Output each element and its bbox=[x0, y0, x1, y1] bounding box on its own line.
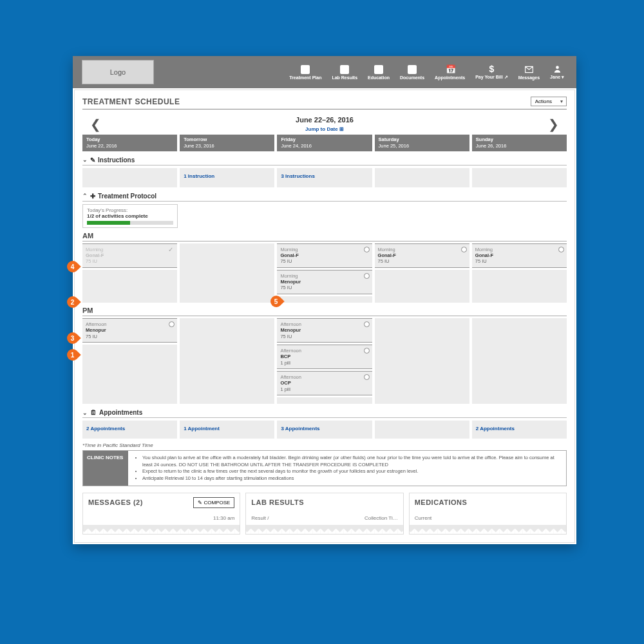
instructions-row: .1 Instruction3 Instructions.. bbox=[82, 168, 567, 187]
med-card[interactable]: MorningGonal-F75 IU bbox=[375, 243, 469, 268]
chevron-down-icon: ⌄ bbox=[82, 410, 88, 416]
med-empty bbox=[277, 296, 372, 303]
med-card[interactable]: AfternoonBCP1 pill bbox=[277, 345, 372, 369]
instruction-cell[interactable]: 3 Instructions bbox=[277, 168, 372, 187]
prev-week-button[interactable]: ❮ bbox=[85, 115, 106, 133]
instruction-cell: . bbox=[375, 168, 469, 187]
compose-button[interactable]: ✎ COMPOSE bbox=[193, 497, 234, 508]
med-column: MorningGonal-F75 IUMorningMenopur75 IU bbox=[277, 243, 372, 303]
chevron-down-icon: ⌄ bbox=[82, 156, 88, 163]
calendar-icon bbox=[446, 65, 455, 74]
progress-status: 1/2 of activities complete bbox=[87, 213, 173, 219]
nav-label: Documents bbox=[400, 75, 424, 80]
appointment-cell bbox=[375, 421, 469, 439]
bottom-panels: MESSAGES (2) ✎ COMPOSE 11:30 am LAB RESU… bbox=[82, 493, 567, 535]
clinic-notes-label: CLINIC NOTES bbox=[83, 451, 128, 486]
instruction-cell[interactable]: 1 Instruction bbox=[180, 168, 274, 187]
page-title: TREATMENT SCHEDULE bbox=[82, 97, 180, 106]
radio-icon[interactable] bbox=[461, 247, 467, 252]
progress-box: Today's Progress: 1/2 of activities comp… bbox=[82, 204, 178, 228]
med-card[interactable]: MorningGonal-F75 IU bbox=[472, 243, 567, 268]
appointment-cell[interactable]: 2 Appointments bbox=[82, 421, 177, 439]
radio-icon[interactable] bbox=[558, 247, 564, 252]
envelope-icon bbox=[524, 65, 533, 74]
appointment-cell[interactable]: 3 Appointments bbox=[277, 421, 372, 439]
square-icon bbox=[340, 65, 349, 74]
day-header: SaturdayJune 25, 2016 bbox=[375, 135, 469, 151]
med-card[interactable]: AfternoonOCP1 pill bbox=[277, 371, 372, 395]
med-card[interactable]: MorningGonal-F75 IU bbox=[277, 243, 372, 268]
med-empty bbox=[375, 318, 469, 404]
nav-documents[interactable]: Documents bbox=[397, 65, 428, 80]
instruction-cell: . bbox=[472, 168, 567, 187]
clinic-note-item: Expect to return to the clinic a few tim… bbox=[142, 468, 560, 475]
radio-icon[interactable] bbox=[364, 374, 370, 380]
square-icon bbox=[408, 65, 417, 74]
logo[interactable]: Logo bbox=[82, 60, 154, 84]
progress-label: Today's Progress: bbox=[87, 207, 173, 213]
med-empty bbox=[472, 318, 567, 404]
nav-education[interactable]: Education bbox=[365, 65, 393, 80]
radio-icon[interactable] bbox=[364, 247, 370, 252]
pm-label: PM bbox=[82, 305, 567, 316]
med-empty bbox=[180, 243, 274, 303]
med-empty bbox=[375, 270, 469, 303]
med-empty bbox=[82, 345, 177, 404]
nav-pay-bill[interactable]: $Pay Your Bill ↗ bbox=[472, 64, 511, 80]
jump-to-date-link[interactable]: Jump to Date ⊞ bbox=[296, 126, 354, 132]
appointment-cell[interactable]: 1 Appointment bbox=[180, 421, 274, 439]
nav-label: Jane ▾ bbox=[550, 75, 564, 80]
section-instructions-header[interactable]: ⌄ ✎ Instructions bbox=[82, 151, 567, 166]
date-range: June 22–26, 2016 bbox=[296, 116, 354, 124]
nav-appointments[interactable]: Appointments bbox=[431, 65, 468, 80]
lab-col-collection: Collection Ti… bbox=[365, 515, 398, 521]
radio-icon[interactable] bbox=[364, 273, 370, 279]
appointment-cell[interactable]: 2 Appointments bbox=[472, 421, 567, 439]
clinic-note-item: Anticipate Retrieval 10 to 14 days after… bbox=[142, 475, 560, 482]
med-column bbox=[472, 318, 567, 404]
med-column: MorningGonal-F75 IU bbox=[375, 243, 469, 303]
med-empty bbox=[472, 270, 567, 303]
nav-label: Messages bbox=[518, 75, 540, 80]
content: TREATMENT SCHEDULE Actions ❮ June 22–26,… bbox=[74, 90, 575, 543]
am-label: AM bbox=[82, 231, 567, 242]
day-header: SundayJune 26, 2016 bbox=[472, 135, 567, 151]
nav-user-menu[interactable]: Jane ▾ bbox=[547, 64, 567, 80]
chevron-up-icon: ⌃ bbox=[82, 193, 88, 199]
section-title: Treatment Protocol bbox=[98, 193, 156, 200]
square-icon bbox=[374, 65, 383, 74]
med-card[interactable]: AfternoonMenopur75 IU bbox=[277, 318, 372, 343]
day-headers: TodayJune 22, 2016TomorrowJune 23, 2016F… bbox=[82, 135, 567, 151]
nav-label: Pay Your Bill ↗ bbox=[475, 75, 507, 80]
med-card[interactable]: AfternoonMenopur75 IU bbox=[82, 318, 177, 343]
timezone-note: *Time in Pacific Standard Time bbox=[82, 442, 567, 448]
section-protocol-header[interactable]: ⌃ ✚ Treatment Protocol bbox=[82, 187, 567, 202]
nav-lab-results[interactable]: Lab Results bbox=[328, 65, 361, 80]
med-column bbox=[375, 318, 469, 404]
next-week-button[interactable]: ❯ bbox=[543, 115, 564, 133]
med-column: MorningGonal-F75 IU✓ bbox=[82, 243, 177, 303]
med-column: AfternoonMenopur75 IUAfternoonBCP1 pillA… bbox=[277, 318, 372, 404]
message-time: 11:30 am bbox=[213, 515, 234, 521]
section-appointments-header[interactable]: ⌄ 🗓 Appointments bbox=[82, 404, 567, 418]
instruction-cell: . bbox=[82, 168, 177, 187]
lab-results-panel: LAB RESULTS Result /Collection Ti… bbox=[245, 493, 403, 535]
clinic-notes: CLINIC NOTES You should plan to arrive a… bbox=[82, 450, 567, 486]
med-card[interactable]: MorningGonal-F75 IU✓ bbox=[82, 243, 177, 268]
day-header: FridayJune 24, 2016 bbox=[277, 135, 372, 151]
nav-messages[interactable]: Messages bbox=[515, 65, 543, 80]
med-card[interactable]: MorningMenopur75 IU bbox=[277, 270, 372, 294]
radio-icon[interactable] bbox=[169, 321, 175, 327]
radio-icon[interactable] bbox=[364, 321, 370, 327]
day-header: TomorrowJune 23, 2016 bbox=[180, 135, 274, 151]
check-icon[interactable]: ✓ bbox=[168, 247, 175, 253]
nav-treatment-plan[interactable]: Treatment Plan bbox=[286, 65, 325, 80]
radio-icon[interactable] bbox=[364, 348, 370, 354]
meds-current: Current bbox=[415, 515, 432, 521]
torn-edge bbox=[246, 525, 402, 534]
actions-dropdown[interactable]: Actions bbox=[531, 97, 567, 106]
med-empty bbox=[277, 397, 372, 404]
day-header: TodayJune 22, 2016 bbox=[82, 135, 177, 151]
app-frame: Logo Treatment Plan Lab Results Educatio… bbox=[73, 56, 576, 544]
calendar-icon: 🗓 bbox=[90, 409, 97, 416]
